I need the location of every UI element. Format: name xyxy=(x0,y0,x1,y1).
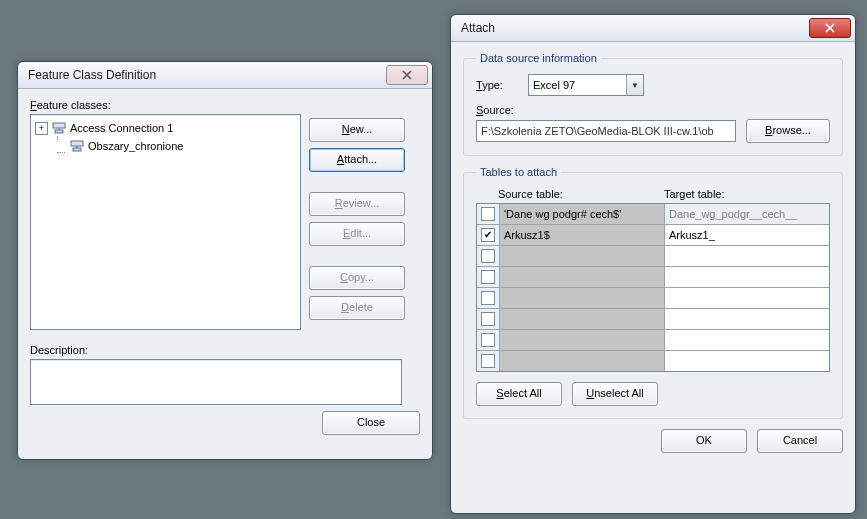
data-source-group: Data source information Type: Excel 97 ▼… xyxy=(463,52,843,156)
table-row[interactable] xyxy=(477,287,829,308)
connection-icon xyxy=(69,140,85,152)
description-label: Description: xyxy=(30,344,420,356)
feature-classes-label: Feature classes: xyxy=(30,99,420,111)
target-table-cell[interactable] xyxy=(665,267,829,287)
source-label: Source: xyxy=(476,104,830,116)
browse-button[interactable]: Browse... xyxy=(746,119,830,143)
feature-class-definition-window: Feature Class Definition Feature classes… xyxy=(17,61,433,460)
row-checkbox[interactable] xyxy=(481,249,495,263)
target-table-cell[interactable] xyxy=(665,309,829,329)
attach-button[interactable]: Attach... xyxy=(309,148,405,172)
source-table-cell[interactable]: Arkusz1$ xyxy=(500,225,665,245)
source-field[interactable]: F:\Szkolenia ZETO\GeoMedia-BLOK III-cw.1… xyxy=(476,120,736,142)
row-checkbox-cell xyxy=(477,246,500,266)
table-row[interactable]: ✔Arkusz1$Arkusz1_ xyxy=(477,224,829,245)
source-table-cell[interactable] xyxy=(500,309,665,329)
chevron-down-icon[interactable]: ▼ xyxy=(626,75,643,95)
source-table-cell[interactable] xyxy=(500,246,665,266)
table-row[interactable] xyxy=(477,308,829,329)
attach-titlebar[interactable]: Attach xyxy=(451,15,855,42)
row-checkbox[interactable] xyxy=(481,312,495,326)
table-row[interactable] xyxy=(477,245,829,266)
target-table-header: Target table: xyxy=(664,188,830,200)
type-combobox[interactable]: Excel 97 ▼ xyxy=(528,74,644,96)
row-checkbox[interactable] xyxy=(481,270,495,284)
target-table-cell: Dane_wg_podgr__cech__ xyxy=(665,204,829,224)
row-checkbox-cell xyxy=(477,267,500,287)
row-checkbox[interactable] xyxy=(481,333,495,347)
close-icon[interactable] xyxy=(386,65,428,85)
edit-button[interactable]: Edit... xyxy=(309,222,405,246)
target-table-cell[interactable] xyxy=(665,246,829,266)
tables-to-attach-group: Tables to attach Source table: Target ta… xyxy=(463,166,843,419)
svg-rect-3 xyxy=(71,141,83,146)
attach-title: Attach xyxy=(461,21,809,35)
unselect-all-button[interactable]: Unselect All xyxy=(572,382,658,406)
source-table-cell[interactable] xyxy=(500,288,665,308)
row-checkbox[interactable] xyxy=(481,207,495,221)
row-checkbox[interactable] xyxy=(481,354,495,368)
row-checkbox-cell xyxy=(477,288,500,308)
type-label: Type: xyxy=(476,79,520,91)
tree-child-label: Obszary_chronione xyxy=(88,140,183,152)
table-row[interactable] xyxy=(477,350,829,371)
row-checkbox-cell xyxy=(477,204,500,224)
row-checkbox-cell: ✔ xyxy=(477,225,500,245)
feature-classes-tree[interactable]: + Access Connection 1 Obszary_chronione xyxy=(30,114,301,330)
target-table-cell[interactable]: Arkusz1_ xyxy=(665,225,829,245)
tables-grid[interactable]: 'Dane wg podgr# cech$'Dane_wg_podgr__cec… xyxy=(476,203,830,372)
expand-icon[interactable]: + xyxy=(35,122,48,135)
delete-button[interactable]: Delete xyxy=(309,296,405,320)
row-checkbox[interactable]: ✔ xyxy=(481,228,495,242)
cancel-button[interactable]: Cancel xyxy=(757,429,843,453)
type-value: Excel 97 xyxy=(529,79,626,91)
target-table-cell[interactable] xyxy=(665,330,829,350)
close-button[interactable]: Close xyxy=(322,411,420,435)
source-table-header: Source table: xyxy=(498,188,664,200)
tree-child-item[interactable]: Obszary_chronione xyxy=(33,137,298,155)
attach-window: Attach Data source information Type: Exc… xyxy=(450,14,856,514)
ok-button[interactable]: OK xyxy=(661,429,747,453)
description-field[interactable] xyxy=(30,359,402,405)
table-row[interactable] xyxy=(477,329,829,350)
row-checkbox-cell xyxy=(477,330,500,350)
svg-rect-1 xyxy=(55,130,63,133)
row-checkbox-cell xyxy=(477,309,500,329)
close-icon[interactable] xyxy=(809,18,851,38)
svg-rect-4 xyxy=(73,148,81,151)
fcd-titlebar[interactable]: Feature Class Definition xyxy=(18,62,432,89)
connection-icon xyxy=(51,122,67,134)
target-table-cell[interactable] xyxy=(665,351,829,371)
new-button[interactable]: New... xyxy=(309,118,405,142)
fcd-title: Feature Class Definition xyxy=(28,68,386,82)
svg-rect-0 xyxy=(53,123,65,128)
tables-legend: Tables to attach xyxy=(476,166,561,178)
x-icon xyxy=(401,70,413,80)
table-row[interactable] xyxy=(477,266,829,287)
row-checkbox-cell xyxy=(477,351,500,371)
row-checkbox[interactable] xyxy=(481,291,495,305)
source-table-cell[interactable] xyxy=(500,330,665,350)
copy-button[interactable]: Copy... xyxy=(309,266,405,290)
x-icon xyxy=(824,23,836,33)
data-source-legend: Data source information xyxy=(476,52,601,64)
tree-root-label: Access Connection 1 xyxy=(70,122,173,134)
source-table-cell[interactable] xyxy=(500,267,665,287)
review-button[interactable]: Review... xyxy=(309,192,405,216)
source-table-cell[interactable] xyxy=(500,351,665,371)
target-table-cell[interactable] xyxy=(665,288,829,308)
select-all-button[interactable]: Select All xyxy=(476,382,562,406)
table-row[interactable]: 'Dane wg podgr# cech$'Dane_wg_podgr__cec… xyxy=(477,204,829,224)
tree-root-item[interactable]: + Access Connection 1 xyxy=(33,119,298,137)
source-table-cell[interactable]: 'Dane wg podgr# cech$' xyxy=(500,204,665,224)
